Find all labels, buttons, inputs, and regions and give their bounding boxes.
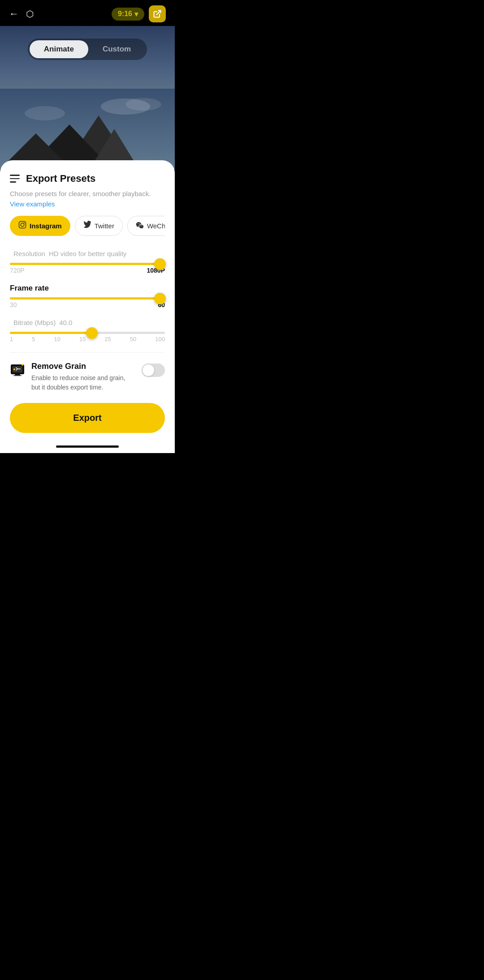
bitrate-track — [10, 332, 165, 334]
svg-point-11 — [24, 223, 25, 223]
share-button[interactable] — [149, 5, 166, 22]
section-divider — [10, 352, 165, 353]
toggle-knob — [143, 364, 154, 376]
preset-tab-instagram-label: Instagram — [30, 222, 62, 230]
sheet-title: Export Presets — [26, 173, 95, 184]
grain-description: Enable to reduce noise and grain, but it… — [31, 373, 135, 392]
resolution-track — [10, 263, 165, 265]
sheet-subtitle: Choose presets for clearer, smoother pla… — [10, 189, 165, 198]
tab-custom[interactable]: Custom — [88, 40, 145, 58]
preset-tab-instagram[interactable]: Instagram — [10, 216, 70, 236]
framerate-thumb[interactable] — [154, 293, 166, 304]
bitrate-tick-25: 25 — [104, 336, 111, 342]
preset-tab-wechat-label: WeChat — [147, 222, 165, 230]
svg-point-3 — [125, 98, 161, 111]
status-bar: ← ⬡ 9:16 ▾ — [0, 0, 175, 26]
bitrate-section: Bitrate (Mbps)40.0 1 5 10 15 25 50 100 — [10, 318, 165, 342]
framerate-label: Frame rate — [10, 284, 165, 293]
hero-area: Animate Custom — [0, 26, 175, 169]
bitrate-fill — [10, 332, 92, 334]
remove-grain-section: Remove Grain Enable to reduce noise and … — [10, 362, 165, 392]
home-indicator — [10, 445, 165, 453]
framerate-section: Frame rate 30 60 — [10, 284, 165, 308]
grain-icon — [10, 363, 25, 381]
time-chevron: ▾ — [134, 10, 138, 18]
framerate-min: 30 — [10, 301, 17, 308]
mountain-illustration — [0, 89, 175, 169]
resolution-thumb[interactable] — [154, 258, 166, 270]
bottom-sheet: Export Presets Choose presets for cleare… — [0, 160, 175, 453]
time-text: 9:16 — [118, 10, 132, 18]
preset-tabs: Instagram Twitter WeChat — [10, 216, 165, 239]
status-bar-right: 9:16 ▾ — [112, 5, 166, 22]
resolution-labels: 720P 1080P — [10, 267, 165, 274]
preset-tab-wechat[interactable]: WeChat — [127, 216, 165, 236]
resolution-desc: HD video for better quality — [49, 250, 126, 257]
bitrate-value: 40.0 — [59, 319, 72, 326]
twitter-icon — [83, 221, 91, 231]
back-icon[interactable]: ← — [9, 8, 19, 20]
bitrate-tick-5: 5 — [32, 336, 35, 342]
grain-title: Remove Grain — [31, 362, 135, 371]
time-badge: 9:16 ▾ — [112, 8, 144, 21]
framerate-track — [10, 297, 165, 300]
bitrate-label: Bitrate (Mbps)40.0 — [10, 318, 165, 327]
framerate-slider[interactable] — [10, 297, 165, 300]
bitrate-tick-1: 1 — [10, 336, 13, 342]
bitrate-tick-50: 50 — [130, 336, 136, 342]
bitrate-slider[interactable] — [10, 332, 165, 334]
remove-grain-toggle[interactable] — [142, 364, 165, 377]
hex-icon: ⬡ — [26, 9, 34, 19]
bitrate-tick-100: 100 — [155, 336, 165, 342]
preset-tab-twitter[interactable]: Twitter — [75, 216, 123, 236]
resolution-section: ResolutionHD video for better quality 72… — [10, 249, 165, 274]
resolution-slider[interactable] — [10, 263, 165, 265]
framerate-fill — [10, 297, 165, 300]
resolution-fill — [10, 263, 165, 265]
svg-point-20 — [13, 368, 15, 370]
home-bar — [56, 445, 119, 448]
export-button[interactable]: Export — [10, 403, 165, 433]
resolution-label: ResolutionHD video for better quality — [10, 249, 165, 258]
preset-tab-twitter-label: Twitter — [95, 222, 114, 230]
instagram-icon — [18, 221, 26, 231]
bitrate-thumb[interactable] — [86, 327, 98, 339]
svg-line-0 — [156, 11, 160, 15]
sheet-header: Export Presets — [10, 173, 165, 184]
svg-point-4 — [25, 106, 65, 120]
bitrate-tick-10: 10 — [54, 336, 60, 342]
tab-animate[interactable]: Animate — [30, 40, 88, 58]
bitrate-tick-15: 15 — [79, 336, 86, 342]
view-examples-link[interactable]: View examples — [10, 200, 55, 208]
tab-switcher: Animate Custom — [28, 39, 147, 60]
wechat-icon — [136, 221, 144, 231]
svg-point-10 — [21, 223, 24, 227]
status-bar-left: ← ⬡ — [9, 8, 34, 20]
resolution-min: 720P — [10, 267, 25, 274]
svg-rect-22 — [13, 375, 22, 376]
framerate-labels: 30 60 — [10, 301, 165, 308]
grain-content: Remove Grain Enable to reduce noise and … — [31, 362, 135, 392]
hamburger-icon — [10, 175, 20, 183]
svg-rect-9 — [19, 222, 26, 228]
